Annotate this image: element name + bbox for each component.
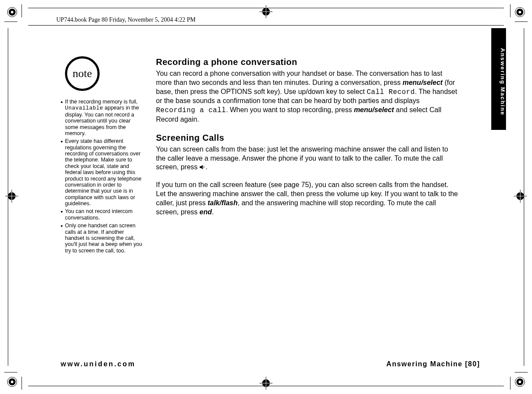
svg-point-19 bbox=[519, 381, 521, 383]
note-item: Every state has different regulations go… bbox=[61, 138, 143, 207]
header-rule bbox=[28, 25, 504, 26]
lcd-text: Call Record bbox=[367, 88, 415, 96]
crop-mark-bottom-left-icon bbox=[4, 368, 26, 390]
body-text: You can record a phone conversation with… bbox=[156, 70, 442, 86]
section-heading: Screening Calls bbox=[156, 132, 459, 143]
key-label: end bbox=[199, 208, 211, 216]
body-text: . bbox=[205, 163, 207, 171]
note-item: You can not record intercom conversation… bbox=[61, 208, 143, 221]
registration-mark-bottom-icon bbox=[260, 377, 272, 391]
page-header: UP744.book Page 80 Friday, November 5, 2… bbox=[56, 16, 195, 23]
svg-point-9 bbox=[519, 11, 521, 13]
note-column: note If the recording memory is full, Un… bbox=[61, 56, 143, 255]
body-text: . When you want to stop recording, press bbox=[226, 106, 354, 113]
svg-point-4 bbox=[11, 11, 13, 13]
crop-mark-bottom-right-icon bbox=[506, 368, 528, 390]
key-label: menu/select bbox=[354, 106, 394, 113]
registration-mark-left-icon bbox=[5, 190, 18, 204]
registration-mark-top-icon bbox=[260, 5, 272, 20]
body-paragraph: You can record a phone conversation with… bbox=[156, 69, 459, 124]
svg-point-14 bbox=[11, 381, 13, 383]
body-paragraph: You can screen calls from the base: just… bbox=[156, 145, 459, 173]
registration-mark-right-icon bbox=[514, 190, 527, 204]
footer-page-label: Answering Machine [80] bbox=[386, 360, 480, 368]
note-item: If the recording memory is full, Unavail… bbox=[61, 99, 143, 136]
note-list: If the recording memory is full, Unavail… bbox=[61, 99, 143, 254]
body-paragraph: If you turn on the call screen feature (… bbox=[156, 181, 459, 216]
main-column: Recording a phone conversation You can r… bbox=[156, 56, 459, 255]
body-text: . bbox=[212, 208, 214, 216]
lcd-text: Unavailable bbox=[65, 105, 103, 111]
content-area: note If the recording memory is full, Un… bbox=[61, 56, 459, 255]
key-label: talk/flash bbox=[208, 199, 237, 207]
note-item: Only one handset can screen calls at a t… bbox=[61, 223, 143, 254]
section-heading: Recording a phone conversation bbox=[156, 56, 459, 68]
footer-url: www.uniden.com bbox=[61, 360, 136, 368]
note-badge-icon: note bbox=[65, 56, 100, 91]
lcd-text: Recording a call bbox=[156, 107, 226, 114]
key-label: menu/select bbox=[402, 79, 442, 86]
note-text: If the recording memory is full, bbox=[65, 99, 137, 105]
section-tab: Answering Machine bbox=[491, 28, 506, 130]
crop-mark-top-left-icon bbox=[4, 4, 26, 26]
page-footer: www.uniden.com Answering Machine [80] bbox=[61, 360, 480, 368]
speaker-icon bbox=[199, 164, 205, 173]
crop-mark-top-right-icon bbox=[506, 4, 528, 26]
